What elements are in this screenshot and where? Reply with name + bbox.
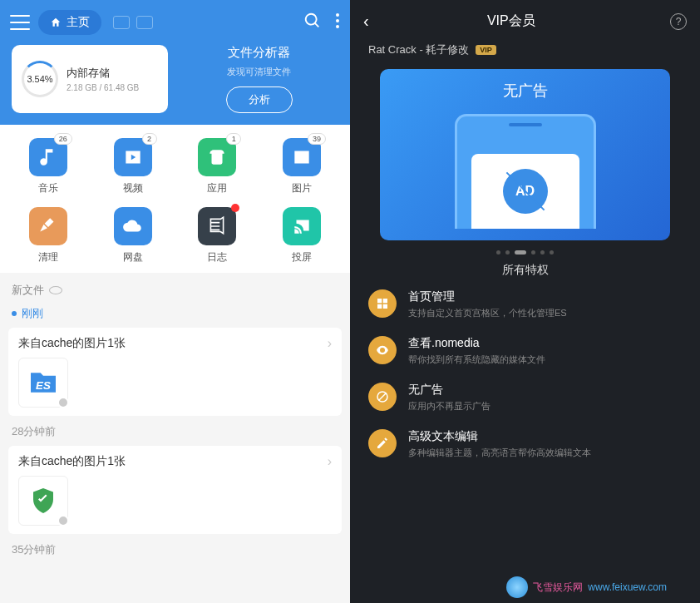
grid-item-video[interactable]: 2 视频: [93, 138, 173, 195]
grid-item-image[interactable]: 39 图片: [262, 138, 342, 195]
corner-dot-icon: [57, 515, 69, 526]
grid-label: 投屏: [292, 250, 312, 264]
badge: 26: [54, 133, 72, 145]
thumbnail[interactable]: ES: [18, 358, 68, 408]
grid-label: 清理: [38, 250, 58, 264]
analyzer-sub: 发现可清理文件: [227, 66, 291, 78]
video-icon: 2: [114, 138, 152, 176]
es-folder-icon: ES: [27, 366, 60, 399]
analyze-button[interactable]: 分析: [226, 86, 293, 113]
grid-icon: [368, 289, 397, 318]
watermark-footer: 飞雪娱乐网 www.feixuew.com: [506, 576, 667, 598]
vip-badge: VIP: [476, 45, 496, 55]
help-icon[interactable]: ?: [670, 13, 687, 30]
new-files-label: 新文件: [12, 283, 44, 298]
image-icon: 39: [283, 138, 321, 176]
shield-icon: [28, 486, 58, 516]
storage-row: 3.54% 内部存储 2.18 GB / 61.48 GB 文件分析器 发现可清…: [0, 45, 350, 125]
time-label: 28分钟前: [0, 419, 350, 442]
music-icon: 26: [29, 138, 67, 176]
thumbnail[interactable]: [18, 476, 68, 526]
grid-label: 网盘: [123, 250, 143, 264]
banner-heading: 无广告: [503, 81, 548, 101]
badge: 39: [308, 133, 326, 145]
svg-point-0: [336, 13, 339, 17]
right-screen: ‹ VIP会员 ? Rat Crack - 耗子修改 VIP 无广告 AD 所有…: [350, 0, 700, 603]
file-card[interactable]: 来自cache的图片1张›: [8, 446, 342, 534]
privilege-title: 首页管理: [408, 289, 567, 304]
cloud-icon: [114, 207, 152, 245]
user-name: Rat Crack - 耗子修改: [368, 42, 469, 57]
file-card-title: 来自cache的图片1张: [18, 336, 126, 351]
grid-label: 应用: [207, 181, 227, 195]
eye-icon: [368, 336, 397, 364]
analyzer-panel: 文件分析器 发现可清理文件 分析: [180, 45, 338, 113]
badge: 1: [226, 133, 241, 145]
category-grid: 26 音乐 2 视频 1 应用 39 图片 清理: [0, 125, 350, 273]
timeline: 刚刚 来自cache的图片1张› ES28分钟前 来自cache的图片1张› 3…: [0, 301, 350, 561]
window-tab-icon[interactable]: [113, 16, 130, 29]
badge: 2: [142, 133, 157, 145]
blue-dot-icon: [12, 311, 17, 316]
grid-label: 图片: [292, 181, 312, 195]
noad-icon: [368, 383, 397, 411]
left-screen: 主页 3.54% 内部存储 2.18 GB / 61.48 GB 文件分析器 发…: [0, 0, 350, 603]
file-card-title: 来自cache的图片1张: [18, 454, 126, 469]
more-icon[interactable]: [335, 12, 340, 32]
home-label: 主页: [67, 15, 90, 30]
new-files-header: 新文件: [0, 273, 350, 301]
no-ad-icon: AD: [503, 169, 548, 214]
storage-title: 内部存储: [67, 66, 139, 81]
tab-icons: [113, 16, 153, 29]
grid-item-cloud[interactable]: 网盘: [93, 207, 173, 264]
svg-text:ES: ES: [36, 379, 51, 392]
privilege-sub: 应用内不再显示广告: [408, 400, 490, 413]
privilege-list: 首页管理 支持自定义首页宫格区，个性化管理ES 查看.nomedia 帮你找到所…: [350, 289, 700, 459]
privilege-item[interactable]: 无广告 应用内不再显示广告: [368, 383, 682, 413]
window-tab-icon[interactable]: [136, 16, 153, 29]
privilege-item[interactable]: 查看.nomedia 帮你找到所有系统隐藏的媒体文件: [368, 336, 682, 366]
grid-item-music[interactable]: 26 音乐: [8, 138, 88, 195]
privilege-title: 无广告: [408, 383, 490, 398]
carousel-dots[interactable]: [350, 240, 700, 263]
home-tab[interactable]: 主页: [38, 10, 101, 35]
cast-icon: [283, 207, 321, 245]
grid-item-android[interactable]: 1 应用: [178, 138, 258, 195]
vip-title: VIP会员: [362, 12, 660, 30]
svg-point-2: [336, 25, 339, 28]
chevron-right-icon: ›: [328, 454, 332, 469]
privilege-sub: 多种编辑器主题，高亮语言帮你高效编辑文本: [408, 447, 591, 459]
storage-sub: 2.18 GB / 61.48 GB: [67, 83, 139, 92]
left-header: 主页: [0, 0, 350, 45]
grid-label: 视频: [123, 181, 143, 195]
android-icon: 1: [198, 138, 236, 176]
privilege-sub: 支持自定义首页宫格区，个性化管理ES: [408, 307, 567, 319]
corner-dot-icon: [57, 397, 69, 408]
privilege-item[interactable]: 首页管理 支持自定义首页宫格区，个性化管理ES: [368, 289, 682, 319]
file-card[interactable]: 来自cache的图片1张› ES: [8, 328, 342, 416]
storage-pct-ring: 3.54%: [22, 61, 58, 97]
analyzer-title: 文件分析器: [228, 45, 290, 61]
right-header: ‹ VIP会员 ?: [350, 0, 700, 42]
menu-icon[interactable]: [10, 15, 30, 30]
grid-label: 音乐: [38, 181, 58, 195]
all-privileges-label: 所有特权: [350, 263, 700, 289]
log-icon: [198, 207, 236, 245]
privilege-title: 高级文本编辑: [408, 429, 591, 444]
home-icon: [50, 17, 62, 28]
svg-point-1: [336, 19, 339, 22]
user-row: Rat Crack - 耗子修改 VIP: [350, 42, 700, 69]
grid-item-log[interactable]: 日志: [178, 207, 258, 264]
privilege-title: 查看.nomedia: [408, 336, 545, 351]
chevron-right-icon: ›: [328, 336, 332, 351]
storage-card[interactable]: 3.54% 内部存储 2.18 GB / 61.48 GB: [12, 45, 168, 113]
search-icon[interactable]: [303, 12, 322, 33]
eye-icon[interactable]: [49, 286, 62, 294]
time-label: 35分钟前: [0, 537, 350, 561]
grid-item-cast[interactable]: 投屏: [262, 207, 342, 264]
edit-icon: [368, 429, 397, 457]
privilege-item[interactable]: 高级文本编辑 多种编辑器主题，高亮语言帮你高效编辑文本: [368, 429, 682, 459]
grid-item-broom[interactable]: 清理: [8, 207, 88, 264]
privilege-sub: 帮你找到所有系统隐藏的媒体文件: [408, 353, 545, 366]
banner-card[interactable]: 无广告 AD: [380, 69, 670, 240]
